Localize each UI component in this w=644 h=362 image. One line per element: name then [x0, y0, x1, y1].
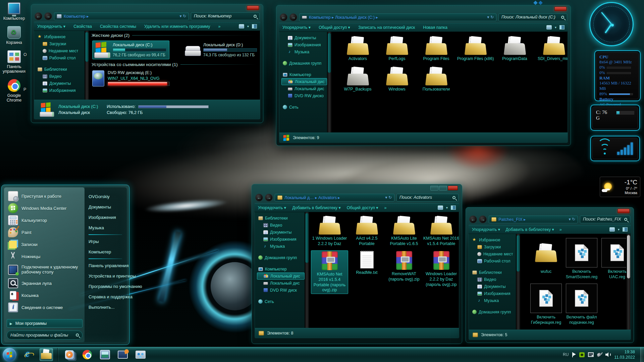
sidebar-item[interactable]: Недавние мест [36, 47, 85, 54]
sidebar-item[interactable] [471, 304, 516, 308]
file-item[interactable]: Windows Loader 2.2.2 by Daz (пароль ovg)… [423, 250, 459, 294]
start-menu-link[interactable] [89, 233, 127, 236]
sidebar-item[interactable]: Рабочий стол [36, 54, 85, 61]
sidebar-item[interactable]: Изображения [257, 236, 305, 243]
nvidia-icon[interactable] [579, 352, 585, 357]
sidebar-item[interactable] [281, 67, 327, 71]
titlebar[interactable] [34, 4, 260, 11]
forward-button[interactable] [479, 216, 487, 223]
start-search-input[interactable]: Найти программы и файлы [7, 330, 83, 340]
maximize-button[interactable] [439, 186, 447, 190]
start-menu-link[interactable]: Справка и поддержка [89, 292, 127, 302]
taskbar-icon[interactable] [134, 348, 147, 361]
sidebar-item[interactable]: Домашняя групп [471, 308, 516, 315]
sidebar-item[interactable]: Музыка [281, 48, 327, 55]
sidebar-item[interactable]: Домашняя групп [257, 254, 305, 261]
start-menu-link[interactable]: Панель управления [89, 260, 127, 271]
start-menu-link[interactable]: Выполнить... [89, 302, 127, 312]
taskbar-icon[interactable] [22, 348, 35, 361]
search-box[interactable]: Поиск: Локальный диск (C:) [498, 13, 567, 21]
file-item[interactable]: KMSAuto Lite Portable v1.6.5 [385, 216, 423, 247]
sidebar-item[interactable]: Документы [281, 34, 327, 41]
titlebar[interactable] [279, 5, 568, 12]
sidebar-item[interactable]: Рабочий стол [471, 257, 516, 264]
file-item[interactable]: wufuc [528, 237, 564, 280]
refresh-icon[interactable] [487, 15, 494, 19]
toolbar-button[interactable]: » [559, 227, 562, 232]
views-icon[interactable] [239, 24, 244, 28]
taskbar-icon[interactable] [80, 348, 94, 361]
forward-button[interactable] [289, 13, 297, 21]
file-item[interactable]: Program Files (x86) [456, 36, 495, 62]
search-box[interactable]: Поиск: Activators [396, 194, 459, 201]
back-button[interactable] [35, 12, 42, 20]
taskbar-icon[interactable] [63, 348, 76, 361]
file-item[interactable]: KMSAuto Net 2016 v1.5.4 Portable (пароль… [311, 250, 348, 294]
file-item[interactable]: Program Files [417, 36, 456, 62]
toolbar-button[interactable]: Новая папка [423, 25, 447, 30]
desktop-icon[interactable]: Google Chrome [2, 79, 26, 103]
sidebar-item[interactable] [471, 264, 516, 269]
sidebar-item[interactable]: Видео [36, 73, 85, 80]
toolbar-button[interactable]: » [384, 205, 387, 210]
start-menu-item[interactable]: Paint [7, 226, 83, 238]
search-box[interactable]: Поиск: Patches_FIX [580, 216, 630, 223]
file-item[interactable]: Включить SmartScreen.reg [564, 237, 599, 280]
chevron-down-icon[interactable] [555, 25, 556, 29]
toolbar-button[interactable]: Упорядочить ▾ [37, 24, 65, 29]
start-menu-item[interactable]: Калькулятор [7, 214, 83, 226]
sidebar-item[interactable]: Избранное [471, 236, 516, 243]
start-menu-item[interactable]: Косынка [7, 289, 83, 301]
sidebar-item[interactable]: Музыка [257, 243, 305, 250]
sidebar-item[interactable]: Изображения [281, 41, 327, 48]
preview-pane-icon[interactable] [451, 205, 456, 210]
sidebar-item[interactable]: Сеть [281, 104, 327, 111]
toolbar-button[interactable]: Общий доступ ▾ [347, 205, 378, 210]
sidebar-item[interactable]: Библиотеки [257, 215, 305, 222]
sidebar-item[interactable]: Недавние мест [471, 250, 516, 257]
sidebar-item[interactable]: DVD RW диск [257, 287, 305, 294]
toolbar-button[interactable]: Общий доступ ▾ [319, 25, 350, 30]
minimize-button[interactable] [430, 186, 438, 190]
address-bar[interactable]: Patches_FIX ▸ [489, 216, 578, 223]
sidebar-item[interactable]: Сеть [257, 298, 305, 305]
sidebar-item[interactable]: Компьютер [257, 265, 305, 273]
views-icon[interactable] [438, 205, 443, 210]
scrollbar[interactable] [305, 212, 309, 328]
toolbar-button[interactable]: Удалить или изменить программу [144, 24, 210, 29]
sidebar-item[interactable]: Загрузки [471, 243, 516, 250]
close-button[interactable] [448, 186, 458, 190]
sidebar-item[interactable]: Видео [471, 276, 516, 283]
preview-pane-icon[interactable] [559, 25, 565, 29]
start-menu-link[interactable]: Игры [89, 236, 127, 247]
chevron-down-icon[interactable] [618, 228, 620, 231]
close-button[interactable] [247, 6, 259, 10]
address-bar[interactable]: Компьютер ▸ [54, 12, 189, 20]
chevron-down-icon[interactable] [247, 24, 249, 28]
drive-item[interactable]: Локальный диск (C:) 76,2 ГБ свободно из … [92, 41, 169, 59]
sidebar-item[interactable]: Избранное [36, 33, 85, 40]
start-menu-item[interactable]: Экранная лупа [7, 277, 83, 289]
sidebar-item[interactable]: Документы [257, 229, 305, 236]
toolbar-button[interactable]: Упорядочить ▾ [258, 205, 286, 210]
sidebar-item[interactable] [36, 61, 85, 66]
search-box[interactable]: Поиск: Компьютер [191, 12, 260, 20]
sidebar-item[interactable] [281, 99, 327, 104]
sidebar-item[interactable] [257, 250, 305, 254]
chevron-down-icon[interactable] [446, 206, 448, 209]
views-icon[interactable] [609, 227, 615, 232]
file-item[interactable]: Windows [377, 66, 417, 93]
toolbar-button[interactable]: Упорядочить ▾ [282, 25, 311, 30]
preview-pane-icon[interactable] [252, 24, 257, 28]
desktop-icon[interactable]: Корзина [2, 26, 26, 45]
back-button[interactable] [255, 194, 263, 201]
dvd-drive-item[interactable]: DVD RW дисковод (E:) WIN7_ULT_X64_NL3_OV… [89, 68, 260, 86]
start-menu-link[interactable] [89, 257, 127, 260]
language-indicator[interactable]: RU [563, 352, 569, 357]
toolbar-button[interactable]: Добавить в библиотеку ▾ [505, 227, 554, 232]
start-menu-link[interactable]: Компьютер [89, 247, 127, 257]
sidebar-item[interactable]: Компьютер [281, 71, 327, 78]
start-menu-link[interactable]: OVGorskiy [89, 191, 127, 202]
volume-icon[interactable] [605, 352, 611, 357]
sidebar-item[interactable]: Загрузки [36, 40, 85, 47]
